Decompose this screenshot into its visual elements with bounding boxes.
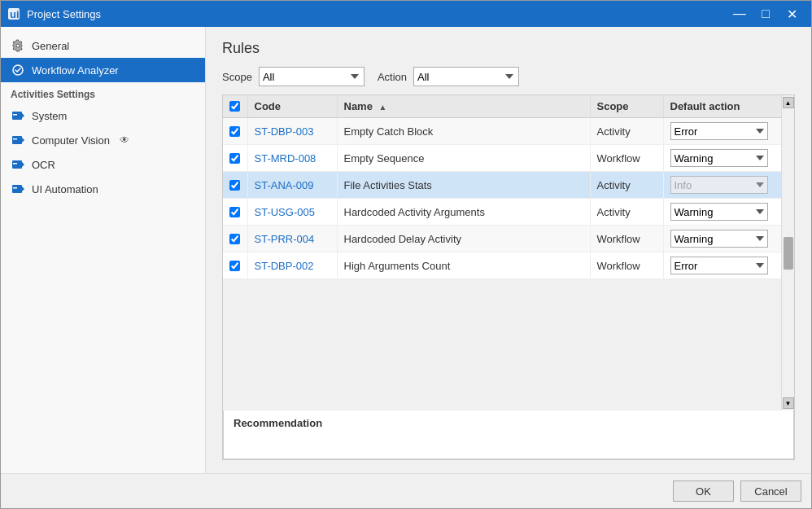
- row-name: Empty Catch Block: [337, 118, 590, 145]
- row-checkbox[interactable]: [229, 180, 240, 191]
- filter-bar: Scope All Activity Workflow Action All E…: [222, 67, 795, 86]
- select-all-checkbox[interactable]: [229, 101, 240, 112]
- svg-rect-15: [13, 187, 17, 189]
- sidebar-item-label-workflow: Workflow Analyzer: [32, 64, 119, 77]
- close-button[interactable]: ✕: [779, 1, 805, 27]
- sidebar-item-workflow-analyzer[interactable]: Workflow Analyzer: [1, 58, 205, 82]
- svg-rect-9: [13, 138, 17, 140]
- row-scope: Workflow: [590, 145, 663, 172]
- svg-point-2: [16, 44, 20, 47]
- svg-rect-13: [12, 185, 22, 193]
- title-bar: ui Project Settings — □ ✕: [1, 1, 811, 27]
- sidebar-item-ui-automation[interactable]: UI Automation: [1, 177, 205, 201]
- action-select[interactable]: All Error Warning Info: [413, 67, 519, 86]
- row-checkbox-cell: [223, 226, 247, 252]
- table-row[interactable]: ST-DBP-003Empty Catch BlockActivityError…: [223, 118, 781, 145]
- code-link[interactable]: ST-MRD-008: [255, 152, 317, 165]
- svg-text:ui: ui: [10, 8, 20, 20]
- vertical-scrollbar[interactable]: ▲ ▼: [781, 95, 794, 410]
- row-action-select[interactable]: ErrorWarningInfo: [670, 203, 768, 221]
- sidebar-item-system[interactable]: System: [1, 103, 205, 128]
- scroll-up-btn[interactable]: ▲: [783, 97, 794, 108]
- row-checkbox[interactable]: [229, 153, 240, 164]
- cancel-button[interactable]: Cancel: [740, 480, 801, 502]
- ok-button[interactable]: OK: [673, 480, 734, 502]
- svg-rect-12: [13, 163, 17, 165]
- table-row[interactable]: ST-PRR-004Hardcoded Delay ActivityWorkfl…: [223, 226, 781, 252]
- row-code[interactable]: ST-MRD-008: [247, 145, 337, 172]
- scope-label: Scope: [222, 71, 252, 83]
- row-code[interactable]: ST-DBP-002: [247, 252, 337, 279]
- row-code[interactable]: ST-PRR-004: [247, 226, 337, 252]
- row-checkbox-cell: [223, 199, 247, 226]
- row-name: Hardcoded Activity Arguments: [337, 199, 590, 226]
- row-action: ErrorWarningInfo: [663, 199, 781, 226]
- row-scope: Activity: [590, 118, 663, 145]
- row-action-select[interactable]: ErrorWarningInfo: [670, 122, 768, 140]
- row-checkbox[interactable]: [229, 234, 240, 244]
- table-row[interactable]: ST-DBP-002High Arguments CountWorkflowEr…: [223, 252, 781, 279]
- code-link[interactable]: ST-DBP-002: [255, 260, 314, 272]
- row-code[interactable]: ST-USG-005: [247, 199, 337, 226]
- row-action-select[interactable]: ErrorWarningInfo: [670, 149, 768, 167]
- window-controls: — □ ✕: [727, 1, 805, 27]
- sort-icon: ▲: [379, 103, 387, 112]
- content-area: General Workflow Analyzer Activities Set…: [1, 27, 811, 473]
- row-action-select[interactable]: ErrorWarningInfo: [670, 257, 768, 274]
- col-header-check: [223, 95, 247, 118]
- ocr-arrow-icon: [11, 157, 25, 172]
- cv-badge-icon: 👁: [120, 134, 129, 146]
- row-name: Empty Sequence: [337, 145, 590, 172]
- col-header-action[interactable]: Default action: [663, 95, 781, 118]
- row-name: High Arguments Count: [337, 252, 590, 279]
- code-link[interactable]: ST-ANA-009: [255, 179, 314, 191]
- row-action: ErrorWarningInfo: [663, 252, 781, 279]
- system-arrow-icon: [11, 108, 25, 123]
- code-link[interactable]: ST-PRR-004: [255, 233, 315, 245]
- row-name: Hardcoded Delay Activity: [337, 226, 590, 252]
- maximize-button[interactable]: □: [753, 1, 779, 27]
- svg-rect-4: [12, 112, 22, 120]
- minimize-button[interactable]: —: [727, 1, 753, 27]
- row-code[interactable]: ST-DBP-003: [247, 118, 337, 145]
- scroll-down-btn[interactable]: ▼: [783, 397, 794, 409]
- table-row[interactable]: ST-MRD-008Empty SequenceWorkflowErrorWar…: [223, 145, 781, 172]
- table-scroll[interactable]: Code Name ▲ Scope Default action ST-DBP-…: [223, 95, 781, 410]
- row-checkbox[interactable]: [229, 126, 240, 137]
- row-scope: Activity: [590, 199, 663, 226]
- code-link[interactable]: ST-DBP-003: [255, 125, 314, 138]
- table-row[interactable]: ST-ANA-009File Activities StatsActivityE…: [223, 172, 781, 199]
- code-link[interactable]: ST-USG-005: [255, 206, 315, 218]
- table-row[interactable]: ST-USG-005Hardcoded Activity ArgumentsAc…: [223, 199, 781, 226]
- row-action: ErrorWarningInfo: [663, 172, 781, 199]
- row-checkbox-cell: [223, 172, 247, 199]
- col-header-scope[interactable]: Scope: [590, 95, 663, 118]
- table-body: ST-DBP-003Empty Catch BlockActivityError…: [223, 118, 781, 279]
- sidebar-item-label-general: General: [32, 40, 69, 52]
- col-header-name[interactable]: Name ▲: [337, 95, 590, 118]
- row-action-select[interactable]: ErrorWarningInfo: [670, 230, 768, 248]
- col-header-code[interactable]: Code: [247, 95, 337, 118]
- svg-rect-10: [12, 160, 22, 169]
- recommendation-label: Recommendation: [234, 417, 784, 429]
- sidebar-item-ocr[interactable]: OCR: [1, 152, 205, 177]
- sidebar-item-general[interactable]: General: [1, 33, 205, 58]
- row-action: ErrorWarningInfo: [663, 145, 781, 172]
- scope-select[interactable]: All Activity Workflow: [259, 67, 365, 86]
- project-settings-window: ui Project Settings — □ ✕ General: [0, 0, 812, 509]
- row-checkbox[interactable]: [229, 207, 240, 217]
- uia-arrow-icon: [11, 182, 25, 196]
- sidebar-item-label-system: System: [32, 110, 67, 122]
- row-scope: Workflow: [590, 252, 663, 279]
- app-icon: ui: [7, 7, 20, 20]
- row-action-select[interactable]: ErrorWarningInfo: [670, 176, 768, 194]
- panel-title: Rules: [222, 40, 795, 57]
- svg-marker-8: [22, 138, 24, 143]
- row-action: ErrorWarningInfo: [663, 226, 781, 252]
- row-checkbox[interactable]: [229, 261, 240, 271]
- svg-marker-11: [22, 162, 24, 167]
- sidebar-item-computer-vision[interactable]: Computer Vision 👁: [1, 128, 205, 152]
- row-checkbox-cell: [223, 145, 247, 172]
- row-checkbox-cell: [223, 118, 247, 145]
- row-code[interactable]: ST-ANA-009: [247, 172, 337, 199]
